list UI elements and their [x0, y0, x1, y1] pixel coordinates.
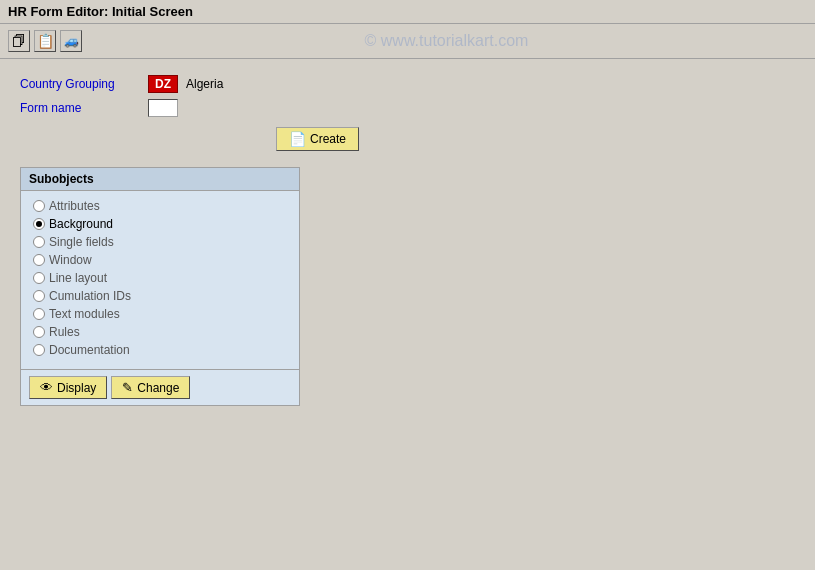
change-icon: ✎ — [122, 380, 133, 395]
radio-text-modules[interactable]: Text modules — [33, 307, 287, 321]
country-name: Algeria — [186, 77, 223, 91]
radio-window-circle — [33, 254, 45, 266]
radio-documentation-circle — [33, 344, 45, 356]
watermark: © www.tutorialkart.com — [86, 28, 807, 54]
form-name-label: Form name — [20, 101, 140, 115]
country-code-input[interactable]: DZ — [148, 75, 178, 93]
create-doc-icon: 📄 — [289, 131, 306, 147]
copy-button[interactable]: 📋 — [34, 30, 56, 52]
display-icon: 👁 — [40, 380, 53, 395]
form-name-field[interactable] — [148, 99, 178, 117]
window-title: HR Form Editor: Initial Screen — [8, 4, 193, 19]
title-bar: HR Form Editor: Initial Screen — [0, 0, 815, 24]
delete-icon: 🗍 — [12, 33, 26, 49]
main-content: Country Grouping DZ Algeria Form name 📄 … — [0, 59, 815, 422]
radio-documentation[interactable]: Documentation — [33, 343, 287, 357]
subobjects-header: Subobjects — [21, 168, 299, 191]
transport-icon: 🚙 — [64, 34, 79, 48]
copy-icon: 📋 — [37, 33, 54, 49]
transport-button[interactable]: 🚙 — [60, 30, 82, 52]
radio-background-circle — [33, 218, 45, 230]
change-button[interactable]: ✎ Change — [111, 376, 190, 399]
country-grouping-label: Country Grouping — [20, 77, 140, 91]
radio-text-modules-circle — [33, 308, 45, 320]
radio-line-layout[interactable]: Line layout — [33, 271, 287, 285]
create-button[interactable]: 📄 Create — [276, 127, 359, 151]
radio-background[interactable]: Background — [33, 217, 287, 231]
subobjects-footer: 👁 Display ✎ Change — [21, 369, 299, 405]
radio-cumulation-ids-circle — [33, 290, 45, 302]
radio-rules[interactable]: Rules — [33, 325, 287, 339]
form-name-row: Form name — [20, 99, 795, 117]
radio-attributes[interactable]: Attributes — [33, 199, 287, 213]
subobjects-panel: Subobjects Attributes Background Single … — [20, 167, 300, 406]
radio-single-fields-circle — [33, 236, 45, 248]
radio-line-layout-circle — [33, 272, 45, 284]
radio-single-fields[interactable]: Single fields — [33, 235, 287, 249]
country-grouping-row: Country Grouping DZ Algeria — [20, 75, 795, 93]
radio-window[interactable]: Window — [33, 253, 287, 267]
radio-cumulation-ids[interactable]: Cumulation IDs — [33, 289, 287, 303]
radio-attributes-circle — [33, 200, 45, 212]
radio-rules-circle — [33, 326, 45, 338]
subobjects-list: Attributes Background Single fields Wind… — [21, 191, 299, 369]
toolbar: 🗍 📋 🚙 © www.tutorialkart.com — [0, 24, 815, 59]
delete-button[interactable]: 🗍 — [8, 30, 30, 52]
display-button[interactable]: 👁 Display — [29, 376, 107, 399]
